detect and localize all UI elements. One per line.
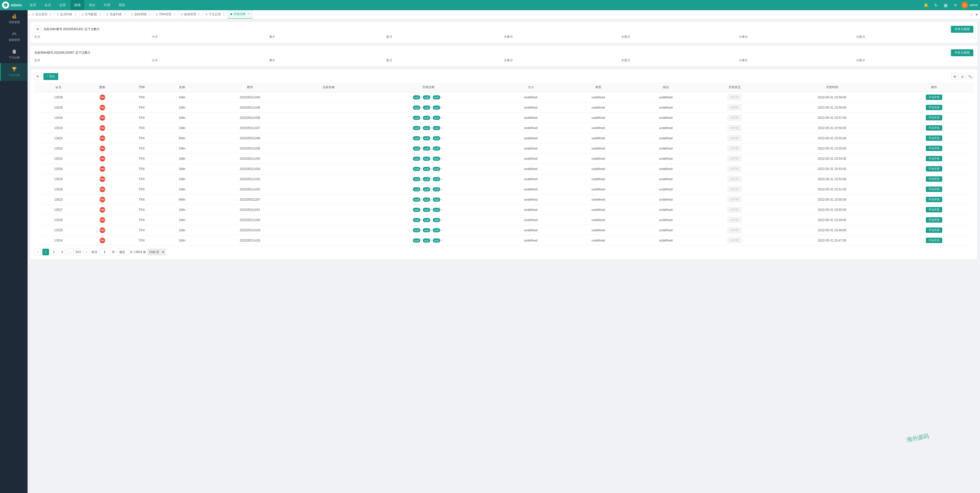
cell-action[interactable]: 手动开奖 bbox=[895, 164, 974, 174]
cell-time: 2022-05-31 23:55:00 bbox=[769, 144, 895, 153]
cell-action[interactable]: 手动开奖 bbox=[895, 113, 974, 123]
tab-transfer[interactable]: 划转明细 ✕ bbox=[129, 10, 153, 19]
tab-close-member[interactable]: ✕ bbox=[74, 13, 76, 16]
nav-operation[interactable]: 运营 bbox=[56, 0, 70, 10]
page-unit: 页 bbox=[112, 250, 115, 254]
tab-home[interactable]: 后台首页 ✕ bbox=[30, 10, 54, 19]
manual-open-btn[interactable]: 手动开奖 bbox=[926, 217, 942, 223]
manual-open-btn[interactable]: 手动开奖 bbox=[926, 115, 942, 120]
settings-icon[interactable]: ▦ bbox=[942, 2, 949, 9]
table-header-row: id ⇅ 图标 币种 名称 期号 当前价格 开奖结果 大小 单双 组合 开奖状态 bbox=[34, 83, 974, 92]
manual-open-btn[interactable]: 手动开奖 bbox=[926, 146, 942, 151]
open-1min-btn[interactable]: 开奖当期期 bbox=[951, 26, 974, 33]
nav-address[interactable]: 地址 bbox=[85, 0, 99, 10]
cell-action[interactable]: 手动开奖 bbox=[895, 195, 974, 205]
tab-dot-transfer bbox=[131, 14, 133, 15]
page-btn-922[interactable]: 922 bbox=[75, 249, 82, 255]
cell-action[interactable]: 手动开奖 bbox=[895, 215, 974, 225]
cell-bigsmall: undefined bbox=[497, 153, 565, 164]
open-5min-btn[interactable]: 开奖当期期 bbox=[951, 49, 974, 56]
cell-action[interactable]: 手动开奖 bbox=[895, 123, 974, 133]
cell-action[interactable]: 手动开奖 bbox=[895, 235, 974, 246]
manual-open-btn[interactable]: 手动开奖 bbox=[926, 105, 942, 110]
tab-recharge[interactable]: 充值列表 ✕ bbox=[104, 10, 129, 19]
cell-action[interactable]: 手动开奖 bbox=[895, 153, 974, 164]
cell-action[interactable]: 手动开奖 bbox=[895, 92, 974, 102]
export-btn[interactable]: ↑ 导出 bbox=[43, 73, 58, 80]
tab-close-result[interactable]: ✕ bbox=[248, 13, 250, 16]
nav-game[interactable]: 游戏 bbox=[70, 0, 84, 10]
tab-close-recharge[interactable]: ✕ bbox=[124, 13, 126, 16]
cell-id: 13530 bbox=[34, 164, 83, 174]
refresh-1min-btn[interactable]: ↻ bbox=[34, 26, 41, 33]
cell-action[interactable]: 手动开奖 bbox=[895, 174, 974, 184]
manual-open-btn[interactable]: 手动开奖 bbox=[926, 227, 942, 233]
manual-open-btn[interactable]: 手动开奖 bbox=[926, 125, 942, 131]
cell-period: 202205311439 bbox=[203, 102, 297, 113]
tabs-menu[interactable]: ▾ bbox=[974, 11, 979, 18]
cell-bigsmall: undefined bbox=[497, 174, 565, 184]
refresh-icon[interactable]: ↻ bbox=[932, 2, 939, 9]
tab-close-bet[interactable]: ✕ bbox=[223, 13, 225, 16]
cell-singledouble: undefined bbox=[565, 174, 632, 184]
manual-open-btn[interactable]: 手动开奖 bbox=[926, 207, 942, 212]
tab-member[interactable]: 会员列表 ✕ bbox=[54, 10, 79, 19]
sidebar-item-game-mgmt[interactable]: 🎮 游戏管理 bbox=[0, 28, 27, 45]
cell-action[interactable]: 手动开奖 bbox=[895, 205, 974, 215]
goto-input[interactable] bbox=[99, 249, 110, 255]
tab-coin[interactable]: 币种管理 ✕ bbox=[153, 10, 178, 19]
cell-action[interactable]: 手动开奖 bbox=[895, 184, 974, 195]
tab-close-coin[interactable]: ✕ bbox=[173, 13, 175, 16]
tag-null-2: null bbox=[423, 147, 430, 150]
trx-icon: TRX bbox=[100, 146, 105, 151]
goto-confirm-btn[interactable]: 确定 bbox=[116, 249, 128, 255]
columns-btn[interactable]: ⊞ bbox=[951, 73, 958, 80]
cell-action[interactable]: 手动开奖 bbox=[895, 225, 974, 235]
tabs-scroll-right[interactable]: › bbox=[969, 11, 974, 18]
prev-page-btn[interactable]: ‹ bbox=[34, 249, 41, 255]
trx-icon: TRX bbox=[100, 94, 105, 100]
cell-action[interactable]: 手动开奖 bbox=[895, 144, 974, 153]
tab-split[interactable]: 分号配置 ✕ bbox=[79, 10, 104, 19]
tab-close-home[interactable]: ✕ bbox=[49, 13, 52, 16]
tab-game[interactable]: 游戏管理 ✕ bbox=[178, 10, 203, 19]
tab-close-game[interactable]: ✕ bbox=[198, 13, 200, 16]
sidebar-item-coin-mgmt[interactable]: 💰 币种管理 bbox=[0, 10, 27, 28]
cell-coin: TRX bbox=[122, 164, 161, 174]
notification-icon[interactable]: 🔔 bbox=[923, 2, 930, 9]
cell-combo: undefined bbox=[632, 113, 700, 123]
tab-bet[interactable]: 下注记录 ✕ bbox=[203, 10, 228, 19]
nav-home[interactable]: 首页 bbox=[26, 0, 40, 10]
page-btn-2[interactable]: 2 bbox=[51, 249, 57, 255]
sidebar-item-open-result[interactable]: 🏆 开奖结果 bbox=[0, 63, 27, 81]
manual-open-btn[interactable]: 手动开奖 bbox=[926, 136, 942, 141]
manual-open-btn[interactable]: 手动开奖 bbox=[926, 166, 942, 171]
cell-combo: undefined bbox=[632, 102, 700, 113]
print-btn[interactable]: 🖨 bbox=[959, 73, 966, 80]
close-icon[interactable]: ✕ bbox=[951, 2, 959, 9]
tab-close-split[interactable]: ✕ bbox=[99, 13, 101, 16]
tag-null-3: null bbox=[433, 116, 440, 120]
manual-open-btn[interactable]: 手动开奖 bbox=[926, 156, 942, 161]
manual-open-btn[interactable]: 手动开奖 bbox=[926, 187, 942, 192]
cell-action[interactable]: 手动开奖 bbox=[895, 133, 974, 144]
user-info[interactable]: A admin bbox=[961, 2, 978, 8]
page-size-select[interactable]: 15条/页 30条/页 50条/页 100条/页 bbox=[148, 249, 165, 255]
page-btn-1[interactable]: 1 bbox=[42, 249, 49, 255]
tab-open-result[interactable]: 开奖结果 ✕ bbox=[228, 10, 253, 19]
cell-action[interactable]: 手动开奖 bbox=[895, 102, 974, 113]
manual-open-btn[interactable]: 手动开奖 bbox=[926, 176, 942, 182]
manual-open-btn[interactable]: 手动开奖 bbox=[926, 238, 942, 243]
manual-open-btn[interactable]: 手动开奖 bbox=[926, 197, 942, 202]
manual-open-btn[interactable]: 手动开奖 bbox=[926, 94, 942, 100]
sidebar-item-bet-record[interactable]: 📋 下注记录 bbox=[0, 45, 27, 63]
table-refresh-btn[interactable]: ↻ bbox=[34, 73, 41, 80]
nav-member[interactable]: 会员 bbox=[41, 0, 55, 10]
page-btn-3[interactable]: 3 bbox=[59, 249, 65, 255]
nav-system[interactable]: 系统 bbox=[115, 0, 129, 10]
table-actions: ⊞ 🖨 🔍 bbox=[951, 73, 974, 80]
tab-close-transfer[interactable]: ✕ bbox=[149, 13, 151, 16]
nav-agent[interactable]: 代理 bbox=[100, 0, 114, 10]
next-page-btn[interactable]: › bbox=[83, 249, 90, 255]
search-btn[interactable]: 🔍 bbox=[967, 73, 974, 80]
